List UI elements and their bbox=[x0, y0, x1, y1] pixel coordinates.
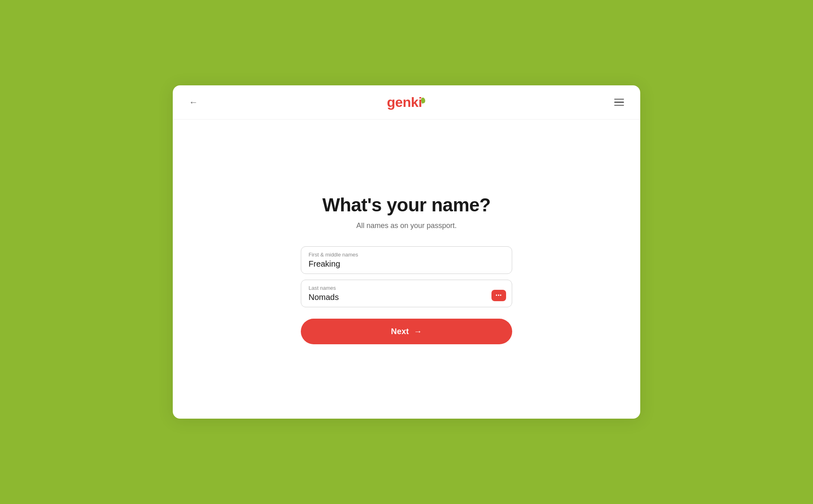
header: ← genki bbox=[173, 85, 640, 119]
last-names-label: Last names bbox=[309, 285, 504, 291]
menu-button[interactable] bbox=[613, 97, 626, 108]
first-names-input[interactable] bbox=[309, 259, 504, 269]
main-content: What's your name? All names as on your p… bbox=[173, 119, 640, 419]
back-arrow-icon: ← bbox=[189, 97, 198, 108]
menu-line-2 bbox=[614, 102, 624, 103]
back-button[interactable]: ← bbox=[187, 96, 200, 109]
next-button-label: Next bbox=[391, 327, 409, 336]
first-names-label: First & middle names bbox=[309, 252, 504, 258]
next-button[interactable]: Next → bbox=[301, 319, 512, 344]
main-card: ← genki What's your name? All names as o… bbox=[173, 85, 640, 419]
page-title: What's your name? bbox=[322, 194, 491, 216]
menu-line-3 bbox=[614, 105, 624, 106]
form-container: First & middle names Last names ••• Next… bbox=[301, 246, 512, 344]
last-names-input[interactable] bbox=[309, 293, 504, 302]
first-names-field: First & middle names bbox=[301, 246, 512, 274]
last-names-options-button[interactable]: ••• bbox=[491, 290, 506, 301]
next-arrow-icon: → bbox=[414, 327, 422, 336]
last-names-icon-container: ••• bbox=[491, 290, 506, 301]
page-subtitle: All names as on your passport. bbox=[356, 222, 456, 230]
logo-leaf-icon bbox=[421, 97, 426, 103]
menu-line-1 bbox=[614, 99, 624, 100]
last-names-field: Last names ••• bbox=[301, 280, 512, 307]
app-logo: genki bbox=[387, 94, 425, 110]
logo-text: genk bbox=[387, 94, 418, 110]
dots-icon: ••• bbox=[496, 293, 502, 298]
